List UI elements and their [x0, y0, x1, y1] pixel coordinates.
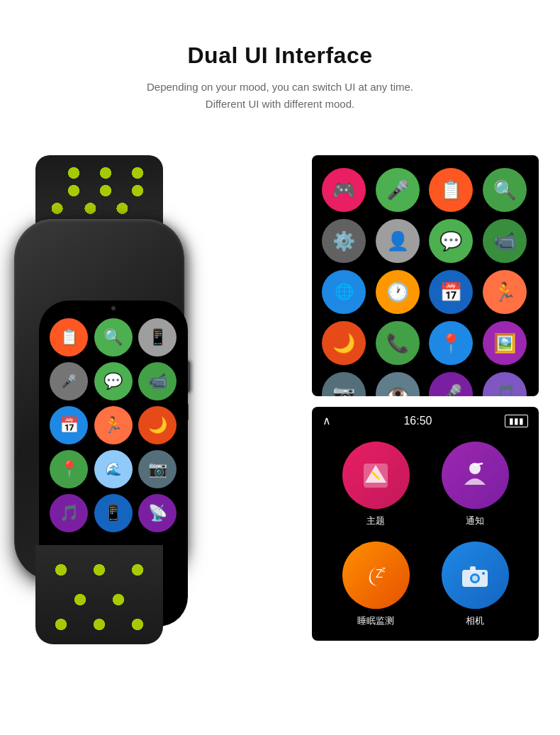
ui2-sleep-icon: Z z [342, 542, 410, 609]
ui1-app-14: 📞 [376, 321, 420, 365]
ui1-app-9: 🌐 [322, 270, 366, 314]
battery-indicator: ▮▮▮ [505, 415, 528, 427]
ui2-footer: ∨ [312, 634, 539, 641]
strap-top [35, 155, 163, 226]
watch-app-grid: 📋 🔍 📱 🎤 💬 📹 📅 🏃 🌙 📍 [46, 315, 181, 536]
chevron-down-icon: ∨ [421, 638, 430, 641]
ui2-camera-label: 相机 [466, 615, 484, 627]
watch-app-5: 💬 [94, 362, 133, 400]
ui1-app-11: 📅 [429, 270, 473, 314]
ui1-app-5: ⚙️ [322, 219, 366, 263]
subtitle: Depending on your mood, you can switch U… [14, 79, 546, 113]
ui1-app-10: 🕐 [376, 270, 420, 314]
ui1-app-18: 👁️ [376, 372, 420, 396]
watch-app-14: 📱 [94, 494, 133, 532]
ui2-app-camera: 相机 [432, 542, 517, 627]
ui2-theme-label: 主题 [366, 515, 385, 527]
watch-app-2: 🔍 [94, 318, 133, 357]
ui2-screenshot: ∧ 16:50 ▮▮▮ [312, 407, 539, 641]
svg-rect-9 [470, 566, 476, 571]
strap-bottom [35, 545, 163, 644]
ui2-notification-icon [442, 442, 509, 509]
ui1-app-17: 📷 [322, 372, 366, 396]
content-section: 📋 🔍 📱 🎤 💬 📹 📅 🏃 🌙 📍 [0, 134, 560, 666]
ui1-app-3: 📋 [429, 168, 473, 212]
camera-dot [111, 306, 116, 310]
ui1-screenshot: 🎮 🎤 📋 🔍 ⚙️ 👤 💬 📹 🌐 🕐 📅 🏃 🌙 [312, 155, 539, 396]
watch-app-4: 🎤 [50, 362, 88, 400]
ui2-camera-icon [442, 542, 509, 609]
ui1-app-1: 🎮 [322, 168, 366, 212]
chevron-up-icon: ∧ [323, 414, 331, 427]
watch-body: 📋 🔍 📱 🎤 💬 📹 📅 🏃 🌙 📍 [0, 155, 198, 644]
svg-text:z: z [381, 565, 386, 573]
screenshots-container: 🎮 🎤 📋 🔍 ⚙️ 👤 💬 📹 🌐 🕐 📅 🏃 🌙 [312, 155, 539, 641]
watch-app-11: 🌊 [94, 450, 133, 488]
watch-app-13: 🎵 [50, 494, 88, 532]
ui1-app-16: 🖼️ [483, 321, 527, 365]
ui2-theme-icon [342, 442, 410, 509]
ui1-app-8: 📹 [483, 219, 527, 263]
ui1-app-19: 🎤 [429, 372, 473, 396]
page-title: Dual UI Interface [14, 43, 546, 69]
watch-app-12: 📷 [138, 450, 177, 488]
watch-app-9: 🌙 [138, 406, 177, 444]
watch-app-15: 📡 [138, 494, 177, 532]
watch-app-10: 📍 [50, 450, 88, 488]
ui2-notification-label: 通知 [466, 515, 484, 527]
svg-point-8 [472, 576, 478, 581]
ui1-app-13: 🌙 [322, 321, 366, 365]
svg-point-10 [482, 572, 485, 575]
ui1-app-6: 👤 [376, 219, 420, 263]
watch-app-8: 🏃 [94, 406, 133, 444]
ui2-header: ∧ 16:50 ▮▮▮ [312, 407, 539, 431]
ui2-app-theme: 主题 [333, 442, 418, 527]
watch-case: 📋 🔍 📱 🎤 💬 📹 📅 🏃 🌙 📍 [14, 219, 184, 580]
ui2-app-sleep: Z z 睡眠监测 [333, 542, 418, 627]
watch-app-1: 📋 [50, 318, 88, 357]
watch-container: 📋 🔍 📱 🎤 💬 📹 📅 🏃 🌙 📍 [0, 134, 255, 666]
watch-app-7: 📅 [50, 406, 88, 444]
ui1-app-2: 🎤 [376, 168, 420, 212]
ui1-app-20: 🎵 [483, 372, 527, 396]
ui1-app-12: 🏃 [483, 270, 527, 314]
watch-app-3: 📱 [138, 318, 177, 357]
ui2-time: 16:50 [403, 415, 432, 427]
ui2-apps-grid: 主题 通知 [312, 431, 539, 634]
ui2-sleep-label: 睡眠监测 [357, 615, 394, 627]
ui1-app-4: 🔍 [483, 168, 527, 212]
ui1-app-grid: 🎮 🎤 📋 🔍 ⚙️ 👤 💬 📹 🌐 🕐 📅 🏃 🌙 [312, 155, 539, 396]
watch-app-6: 📹 [138, 362, 177, 400]
ui2-app-notification: 通知 [432, 442, 517, 527]
page-wrapper: Dual UI Interface Depending on your mood… [0, 0, 560, 735]
ui1-app-7: 💬 [429, 219, 473, 263]
ui1-app-15: 📍 [429, 321, 473, 365]
header-section: Dual UI Interface Depending on your mood… [0, 0, 560, 134]
